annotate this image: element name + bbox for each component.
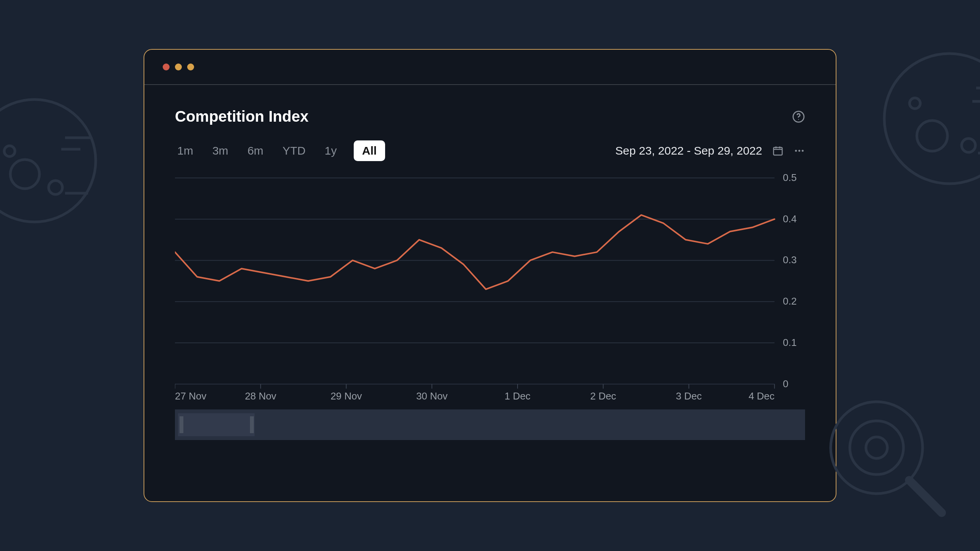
svg-point-5 [917, 121, 947, 151]
svg-point-12 [798, 119, 799, 119]
x-tick-label: 27 Nov [175, 391, 206, 401]
help-icon[interactable] [792, 110, 805, 123]
scrubber-handle-right[interactable] [250, 416, 254, 433]
range-button-1m[interactable]: 1m [175, 141, 196, 160]
time-range-selector: 1m3m6mYTD1yAll [175, 140, 385, 161]
x-tick-label: 30 Nov [416, 391, 448, 401]
y-tick-label: 0.5 [783, 174, 797, 183]
planet-decor-top-right [877, 46, 980, 191]
planet-decor-left [0, 92, 103, 230]
series-line [175, 215, 774, 289]
more-icon[interactable] [794, 145, 805, 156]
x-tick-label: 1 Dec [505, 391, 531, 401]
calendar-icon[interactable] [772, 145, 784, 156]
svg-point-1 [10, 160, 39, 189]
svg-point-8 [831, 402, 923, 494]
y-tick-label: 0.4 [783, 214, 797, 224]
x-tick-label: 2 Dec [590, 391, 616, 401]
svg-point-4 [884, 54, 980, 184]
range-button-1y[interactable]: 1y [322, 141, 339, 160]
x-tick-label: 29 Nov [330, 391, 362, 401]
range-button-all[interactable]: All [354, 140, 385, 161]
range-button-6m[interactable]: 6m [245, 141, 266, 160]
svg-point-6 [910, 98, 920, 109]
y-tick-label: 0.2 [783, 296, 797, 306]
range-button-ytd[interactable]: YTD [280, 141, 308, 160]
svg-point-2 [49, 181, 62, 194]
x-tick-label: 4 Dec [748, 391, 774, 401]
window-minimize-dot[interactable] [175, 64, 182, 70]
y-tick-label: 0.3 [783, 254, 797, 265]
window-maximize-dot[interactable] [187, 64, 194, 70]
svg-point-9 [850, 421, 903, 474]
range-button-3m[interactable]: 3m [210, 141, 231, 160]
y-tick-label: 0 [783, 378, 788, 389]
window-close-dot[interactable] [163, 64, 170, 70]
svg-point-7 [962, 139, 975, 152]
x-tick-label: 3 Dec [676, 391, 702, 401]
time-scrubber[interactable] [175, 409, 805, 440]
svg-point-3 [4, 146, 15, 156]
svg-point-15 [799, 150, 800, 152]
svg-point-14 [795, 150, 797, 152]
y-tick-label: 0.1 [783, 337, 797, 348]
svg-rect-13 [774, 147, 782, 155]
app-window: Competition Index 1m3m6mYTD1yAll Sep 23,… [144, 49, 836, 502]
magnifier-decor [819, 390, 957, 528]
scrubber-selection[interactable] [178, 413, 255, 436]
svg-point-10 [866, 437, 887, 458]
x-tick-label: 28 Nov [245, 391, 276, 401]
chart-title: Competition Index [175, 108, 309, 125]
date-range-label: Sep 23, 2022 - Sep 29, 2022 [615, 144, 762, 157]
window-titlebar [144, 50, 836, 85]
scrubber-handle-left[interactable] [180, 416, 183, 433]
svg-point-0 [0, 99, 96, 222]
line-chart: 00.10.20.30.40.527 Nov28 Nov29 Nov30 Nov… [175, 174, 805, 403]
svg-point-16 [802, 150, 804, 152]
card-content: Competition Index 1m3m6mYTD1yAll Sep 23,… [144, 85, 836, 501]
